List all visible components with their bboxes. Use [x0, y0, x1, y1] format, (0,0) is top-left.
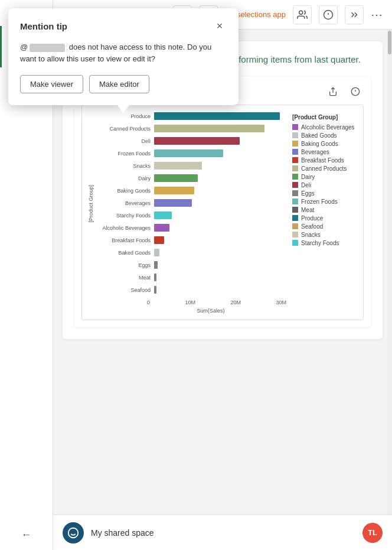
bar-row: Frozen Foods: [95, 148, 286, 159]
legend-label: Canned Products: [301, 165, 347, 172]
bar-label: Starchy Foods: [95, 213, 154, 219]
legend-item: Alcoholic Beverages: [292, 124, 357, 131]
mention-tip-body: @ does not have access to this note. Do …: [20, 41, 227, 64]
bar-row: Deli: [95, 136, 286, 147]
bar-fill: [154, 199, 192, 207]
bar-row: Baking Goods: [95, 185, 286, 196]
bar-row: Eggs: [95, 260, 286, 271]
legend-item: Starchy Foods: [292, 240, 357, 246]
mention-tip-header: Mention tip ×: [20, 19, 227, 33]
at-prefix: @: [20, 43, 28, 51]
info-chart-button[interactable]: [347, 83, 364, 100]
legend-item: Dairy: [292, 174, 357, 180]
make-viewer-button[interactable]: Make viewer: [20, 75, 83, 93]
bar-label: Meat: [95, 275, 154, 281]
make-editor-button[interactable]: Make editor: [89, 75, 149, 93]
legend-color-swatch: [292, 165, 298, 171]
legend-label: Seafood: [301, 223, 323, 230]
space-icon: [63, 522, 84, 544]
legend-item: Breakfast Foods: [292, 157, 357, 164]
legend-item: Eggs: [292, 190, 357, 197]
bar-track: [154, 236, 286, 244]
legend-color-swatch: [292, 207, 298, 213]
bar-row: Alcoholic Beverages: [95, 223, 286, 233]
scroll-track[interactable]: [387, 30, 392, 515]
user-avatar[interactable]: TL: [362, 523, 383, 543]
bar-label: Snacks: [95, 163, 154, 169]
bar-track: [154, 274, 286, 281]
legend-label: Meat: [301, 207, 314, 213]
legend-item: Deli: [292, 182, 357, 188]
bar-row: Beverages: [95, 198, 286, 209]
bar-fill: [154, 149, 223, 157]
chart-card: [Product Group] ProduceCanned ProductsDe…: [74, 76, 371, 327]
svg-point-11: [299, 11, 303, 14]
bar-row: Snacks: [95, 161, 286, 171]
legend-item: Meat: [292, 207, 357, 213]
bar-track: [154, 112, 286, 120]
legend-label: Alcoholic Beverages: [301, 124, 355, 131]
bar-fill: [154, 187, 194, 194]
bar-label: Beverages: [95, 200, 154, 206]
legend-label: Deli: [301, 182, 311, 188]
bar-fill: [154, 211, 172, 219]
legend-color-swatch: [292, 232, 298, 237]
bar-fill: [154, 236, 164, 244]
bar-row: Meat: [95, 272, 286, 283]
legend-color-swatch: [292, 141, 298, 147]
bar-fill: [154, 286, 156, 294]
legend-label: Snacks: [301, 232, 321, 238]
legend-label: Beverages: [301, 149, 329, 155]
chart-bars-area: ProduceCanned ProductsDeliFrozen FoodsSn…: [95, 111, 286, 297]
bar-row: Seafood: [95, 285, 286, 295]
bar-label: Baked Goods: [95, 250, 154, 256]
x-axis-tick: 20M: [230, 300, 241, 305]
chart-plot-area: [Product Group] ProduceCanned ProductsDe…: [88, 111, 286, 314]
chart-x-title: Sum(Sales): [88, 308, 286, 314]
bar-label: Produce: [95, 113, 154, 119]
bar-track: [154, 261, 286, 269]
x-axis-tick: 0: [147, 300, 150, 305]
bar-label: Canned Products: [95, 126, 154, 132]
export-chart-button[interactable]: [325, 83, 341, 100]
bar-track: [154, 125, 286, 132]
legend-label: Breakfast Foods: [301, 157, 344, 164]
legend-item: Produce: [292, 215, 357, 222]
legend-item: Baked Goods: [292, 132, 357, 139]
legend-color-swatch: [292, 190, 298, 196]
bar-track: [154, 286, 286, 294]
legend-title: [Product Group]: [292, 114, 357, 121]
bar-fill: [154, 261, 158, 269]
legend-item: Beverages: [292, 149, 357, 155]
legend-color-swatch: [292, 132, 298, 138]
x-axis-tick: 30M: [276, 300, 286, 305]
mention-tip-dialog: Mention tip × @ does not have access to …: [8, 8, 239, 105]
legend-item: Snacks: [292, 232, 357, 238]
chart-x-axis: 010M20M30M: [88, 300, 286, 305]
scroll-thumb[interactable]: [388, 31, 391, 54]
legend-label: Frozen Foods: [301, 198, 338, 205]
bar-label: Eggs: [95, 262, 154, 268]
legend-color-swatch: [292, 223, 298, 229]
bar-label: Seafood: [95, 287, 154, 293]
bar-row: Dairy: [95, 173, 286, 184]
bar-label: Frozen Foods: [95, 151, 154, 157]
bar-row: Baked Goods: [95, 248, 286, 258]
more-options-button[interactable]: ⋯: [371, 8, 383, 22]
users-icon-button[interactable]: [293, 5, 312, 24]
legend-item: Seafood: [292, 223, 357, 230]
mention-tip-arrow: [117, 105, 129, 113]
info-icon-button[interactable]: [319, 5, 338, 24]
svg-point-19: [68, 528, 79, 538]
legend-label: Baking Goods: [301, 141, 338, 147]
chart-container: [Product Group] ProduceCanned ProductsDe…: [81, 105, 364, 320]
collapse-button[interactable]: ←: [21, 529, 32, 541]
chart-legend: [Product Group] Alcoholic BeveragesBaked…: [292, 111, 357, 314]
bar-track: [154, 174, 286, 182]
mention-tip-close-button[interactable]: ×: [213, 19, 227, 33]
legend-item: Baking Goods: [292, 141, 357, 147]
legend-color-swatch: [292, 174, 298, 180]
legend-color-swatch: [292, 240, 298, 246]
bar-track: [154, 224, 286, 232]
collapse-panel-button[interactable]: [345, 5, 364, 24]
